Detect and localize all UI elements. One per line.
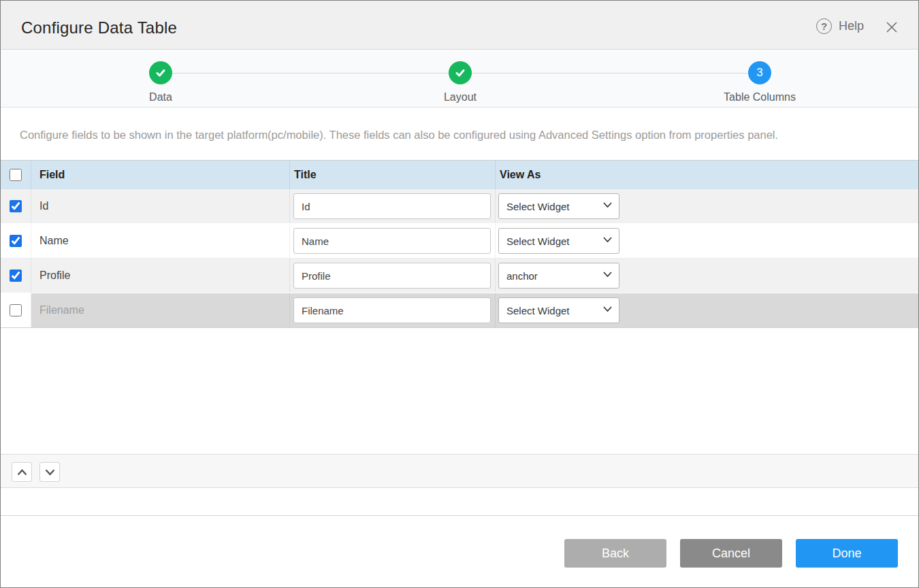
move-up-button[interactable] xyxy=(12,462,32,482)
view-as-select[interactable]: Select Widget xyxy=(498,193,619,219)
field-name-label: Name xyxy=(39,235,69,247)
title-input[interactable] xyxy=(293,263,491,289)
help-button[interactable]: ? Help xyxy=(816,18,864,34)
step-number-badge: 3 xyxy=(748,61,771,84)
footer-actions: Back Cancel Done xyxy=(564,539,898,568)
dialog-titlebar: Configure Data Table ? Help xyxy=(1,1,918,50)
row-checkbox[interactable] xyxy=(10,270,22,282)
table-row: Profile anchor xyxy=(1,259,918,293)
check-icon xyxy=(149,61,172,84)
cancel-button[interactable]: Cancel xyxy=(680,539,782,568)
columns-table: Field Title View As Id Select Widget Nam… xyxy=(1,160,918,328)
field-name-label: Profile xyxy=(39,270,70,282)
dialog-title: Configure Data Table xyxy=(21,18,177,37)
view-as-select[interactable]: anchor xyxy=(498,263,619,289)
column-header-view-as: View As xyxy=(496,161,918,189)
row-checkbox[interactable] xyxy=(10,200,22,212)
title-input[interactable] xyxy=(293,297,491,323)
chevron-down-icon xyxy=(45,469,55,476)
select-all-checkbox[interactable] xyxy=(10,169,22,181)
move-down-button[interactable] xyxy=(39,462,60,482)
field-name-label: Filename xyxy=(39,304,84,316)
table-row: Name Select Widget xyxy=(1,224,918,259)
step-table-columns-label: Table Columns xyxy=(685,91,835,103)
table-row: Id Select Widget xyxy=(1,189,918,224)
step-layout-label: Layout xyxy=(385,91,535,103)
table-row: Filename Select Widget xyxy=(1,293,918,328)
table-header-row: Field Title View As xyxy=(1,161,918,189)
wizard-stepper: Data Layout 3 Table Columns xyxy=(1,50,918,108)
check-icon xyxy=(449,61,472,84)
title-input[interactable] xyxy=(293,228,491,254)
column-header-title: Title xyxy=(290,161,496,189)
circle-question-icon: ? xyxy=(816,18,832,34)
help-label: Help xyxy=(839,19,864,33)
chevron-up-icon xyxy=(17,469,27,476)
close-icon[interactable] xyxy=(884,20,899,35)
row-checkbox[interactable] xyxy=(10,304,22,316)
view-as-select[interactable]: Select Widget xyxy=(498,228,619,254)
title-input[interactable] xyxy=(293,193,491,219)
back-button[interactable]: Back xyxy=(564,539,666,568)
footer-divider xyxy=(1,515,918,516)
step-data-label: Data xyxy=(86,91,236,103)
column-header-field: Field xyxy=(31,161,290,189)
field-name-label: Id xyxy=(39,200,48,212)
description-text: Configure fields to be shown in the targ… xyxy=(20,129,899,142)
row-checkbox[interactable] xyxy=(10,235,22,247)
view-as-select[interactable]: Select Widget xyxy=(498,297,619,323)
reorder-toolbar xyxy=(1,454,918,488)
done-button[interactable]: Done xyxy=(796,539,898,568)
configure-data-table-dialog: Configure Data Table ? Help Data Layout … xyxy=(0,0,919,588)
